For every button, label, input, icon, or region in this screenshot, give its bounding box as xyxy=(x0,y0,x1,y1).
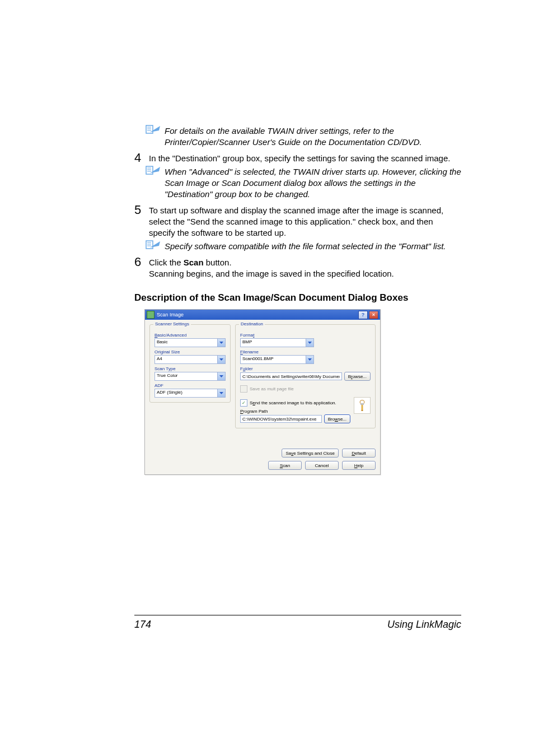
titlebar: Scan Image ? × xyxy=(145,310,380,320)
folder-input[interactable] xyxy=(240,372,342,380)
save-settings-close-button[interactable]: Save Settings and Close xyxy=(282,449,339,458)
note-icon xyxy=(146,124,165,137)
chevron-down-icon xyxy=(217,389,225,397)
step-text-line2: Scanning begins, and the image is saved … xyxy=(149,269,394,278)
group-legend: Destination xyxy=(239,321,265,326)
note-text: When "Advanced" is selected, the TWAIN d… xyxy=(165,166,461,200)
select-value: A4 xyxy=(155,356,217,363)
chevron-down-icon xyxy=(217,356,225,363)
field-label: Scan Type xyxy=(154,366,226,371)
chevron-down-icon xyxy=(306,356,313,363)
window-title: Scan Image xyxy=(157,312,357,318)
save-multipage-checkbox xyxy=(240,385,247,393)
section-heading: Description of the Scan Image/Scan Docum… xyxy=(134,292,461,304)
browse-program-button[interactable]: Browse... xyxy=(324,414,350,423)
svg-rect-13 xyxy=(360,403,364,405)
help-button[interactable]: ? xyxy=(358,311,368,319)
chevron-down-icon xyxy=(306,339,313,347)
page-number: 174 xyxy=(134,619,151,631)
adf-select[interactable]: ADF (Single) xyxy=(154,389,226,398)
note-text: For details on the available TWAIN drive… xyxy=(165,125,461,148)
step-number: 4 xyxy=(134,152,149,164)
field-label: Program Path xyxy=(240,409,350,414)
svg-rect-15 xyxy=(362,410,363,411)
select-value: True Color xyxy=(155,372,217,380)
select-value: ADF (Single) xyxy=(155,389,217,397)
send-to-app-checkbox[interactable]: ✓ xyxy=(240,399,247,407)
scan-image-dialog: Scan Image ? × Scanner Settings Basic/Ad… xyxy=(144,309,381,475)
scan-type-select[interactable]: True Color xyxy=(154,372,226,381)
step-text-suffix: button. xyxy=(204,258,232,267)
select-value: BMP xyxy=(241,339,306,347)
svg-rect-0 xyxy=(146,125,153,133)
default-button[interactable]: Default xyxy=(342,449,376,458)
step-text-bold: Scan xyxy=(184,258,204,267)
note-icon xyxy=(146,240,165,252)
note-text: Specify software compatible with the fil… xyxy=(165,241,446,252)
step-number: 6 xyxy=(134,256,149,268)
step-text: To start up software and display the sca… xyxy=(149,205,461,239)
format-select[interactable]: BMP xyxy=(240,338,314,347)
step-text: Click the Scan button. Scanning begins, … xyxy=(149,257,394,280)
destination-group: Destination Format BMP Filename Scan0001… xyxy=(235,324,376,428)
field-label: Basic/Advanced xyxy=(154,333,226,338)
step-number: 5 xyxy=(134,204,149,216)
mspaint-icon xyxy=(354,397,371,414)
chevron-down-icon xyxy=(217,339,225,347)
section-title: Using LinkMagic xyxy=(387,619,461,631)
scanner-settings-group: Scanner Settings Basic/Advanced Basic Or… xyxy=(149,324,231,403)
checkbox-label: Send the scanned image to this applicati… xyxy=(250,400,336,405)
group-legend: Scanner Settings xyxy=(153,321,191,326)
scan-button[interactable]: Scan xyxy=(268,461,302,470)
svg-rect-14 xyxy=(362,405,363,410)
select-value: Basic xyxy=(155,339,217,347)
original-size-select[interactable]: A4 xyxy=(154,355,226,364)
field-label: Format xyxy=(240,333,371,338)
chevron-down-icon xyxy=(217,372,225,380)
note-icon xyxy=(146,165,165,178)
cancel-button[interactable]: Cancel xyxy=(305,461,339,470)
field-label: ADF xyxy=(154,383,226,388)
program-path-input[interactable] xyxy=(240,415,322,423)
svg-rect-4 xyxy=(146,166,153,174)
basic-advanced-select[interactable]: Basic xyxy=(154,338,226,347)
field-label: Filename xyxy=(240,349,371,354)
browse-folder-button[interactable]: Browse... xyxy=(344,372,371,381)
select-value: Scan0001.BMP xyxy=(241,356,306,363)
field-label: Original Size xyxy=(154,349,226,354)
help-button[interactable]: Help xyxy=(342,461,376,470)
step-text: In the "Destination" group box, specify … xyxy=(149,153,450,164)
filename-select[interactable]: Scan0001.BMP xyxy=(240,355,314,364)
step-text-prefix: Click the xyxy=(149,258,184,267)
checkbox-label: Save as mult page file xyxy=(250,386,294,391)
close-button[interactable]: × xyxy=(369,311,378,319)
svg-rect-8 xyxy=(146,241,153,249)
app-icon xyxy=(147,311,154,319)
field-label: Folder xyxy=(240,366,371,371)
